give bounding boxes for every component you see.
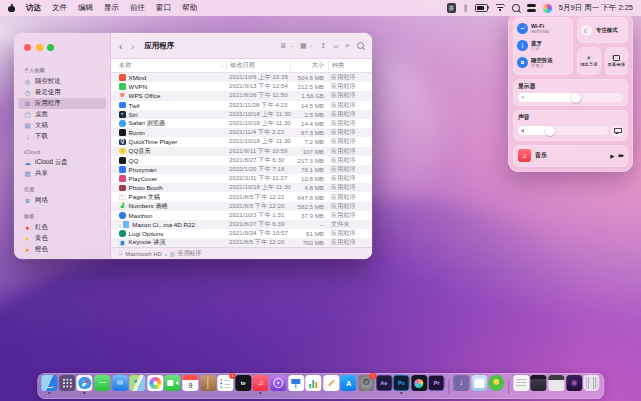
column-header-kind[interactable]: 种类 — [328, 61, 372, 70]
fast-forward-icon[interactable]: ▶▶ — [618, 153, 623, 158]
sidebar-item-tag[interactable]: ●黄色 — [18, 233, 106, 244]
list-view-icon[interactable]: ≣ — [280, 42, 286, 49]
sidebar-item-airdrop[interactable]: ◎隔空投送 — [18, 76, 106, 87]
dock-item-photos[interactable] — [147, 375, 163, 391]
menu-7[interactable]: 帮助 — [182, 3, 197, 13]
airdrop-toggle[interactable]: 隔空投送所有人 — [517, 57, 569, 68]
bluetooth-toggle[interactable]: ᛒ 蓝牙打开 — [517, 40, 569, 51]
screen-mirroring-button[interactable]: 屏幕镜像 — [605, 47, 629, 75]
view-chevron-icon[interactable]: ⌄ — [289, 43, 293, 48]
dock-item-minimized-window-dark[interactable] — [531, 375, 547, 391]
table-row[interactable]: Logi Options2021/9/24 下午 10:5761 MB应用程序 — [111, 229, 372, 238]
dock-item-pages[interactable] — [323, 375, 339, 391]
sidebar-item-tag[interactable]: ●红色 — [18, 222, 106, 233]
table-row[interactable]: ♪QQ音乐2021/9/11 下午 10:59107 MB应用程序 — [111, 147, 372, 156]
table-row[interactable]: QQuickTime Player2021/10/18 上午 11:307.2 … — [111, 137, 372, 146]
dock-item-minimized-window-purple[interactable] — [566, 375, 582, 391]
table-row[interactable]: WWPS Office2021/8/26 下午 11:501.56 GB应用程序 — [111, 91, 372, 100]
dock-item-contacts[interactable] — [200, 375, 216, 391]
column-header-size[interactable]: 大小 — [290, 61, 328, 70]
display-slider-knob[interactable] — [571, 93, 581, 103]
forward-button[interactable]: › — [131, 41, 135, 51]
volume-slider-knob[interactable] — [545, 126, 555, 136]
table-row[interactable]: Ronin2021/11/4 下午 2:2387.3 MB应用程序 — [111, 128, 372, 137]
table-row[interactable]: ▆Keynote 讲演2021/8/5 下午 12:20700 MB应用程序 — [111, 238, 372, 247]
keyboard-brightness-button[interactable]: ☀ 键盘亮度 — [577, 47, 601, 75]
path-crumb-current[interactable]: 应用程序 — [178, 249, 201, 258]
dock-item-settings[interactable]: 1 — [358, 375, 374, 391]
focus-mode-toggle[interactable]: ☾ 专注模式 — [577, 17, 628, 43]
table-row[interactable]: Photo Booth2021/10/18 上午 11:304.8 MB应用程序 — [111, 183, 372, 192]
dock-item-minimized-window-light[interactable] — [548, 375, 564, 391]
sidebar-item-applications[interactable]: ⊞应用程序 — [18, 98, 106, 109]
dock-item-maps[interactable] — [130, 375, 146, 391]
control-center-icon[interactable] — [527, 4, 536, 12]
sidebar-item-downloads[interactable]: ↓下载 — [18, 131, 106, 142]
dock-item-reminders[interactable]: 1 — [218, 375, 234, 391]
more-icon[interactable]: » — [346, 42, 350, 49]
search-icon[interactable] — [357, 42, 365, 50]
path-crumb-root[interactable]: Macintosh HD — [125, 251, 161, 257]
table-row[interactable]: WVPN2021/9/13 下午 12:54212.5 MB应用程序 — [111, 82, 372, 91]
table-row[interactable]: PlayCover2022/3/31 下午 11:2710.8 MB应用程序 — [111, 174, 372, 183]
airplay-audio-button[interactable] — [611, 125, 623, 137]
sidebar-item-desktop[interactable]: ▢桌面 — [18, 109, 106, 120]
menu-2[interactable]: 文件 — [52, 3, 67, 13]
table-row[interactable]: ✎Pages 文稿2021/8/5 下午 12:21647.8 MB应用程序 — [111, 192, 372, 201]
dock-item-window-stack[interactable] — [471, 375, 487, 391]
dock-item-calendar[interactable]: 9 — [182, 375, 198, 391]
menu-3[interactable]: 编辑 — [78, 3, 93, 13]
dock-item-finder[interactable] — [42, 375, 58, 391]
table-row[interactable]: Safari 浏览器2021/10/18 上午 11:3014.4 MB应用程序 — [111, 119, 372, 128]
table-row[interactable]: Twif2021/11/28 下午 4:2314.5 MB应用程序 — [111, 101, 372, 110]
table-row[interactable]: ▟Numbers 表格2021/8/5 下午 12:20582.5 MB应用程序 — [111, 202, 372, 211]
sidebar-item-shared[interactable]: ▧共享 — [18, 168, 106, 179]
dock-item-after-effects[interactable]: Ae — [376, 375, 392, 391]
dock-item-doc-file[interactable] — [513, 375, 529, 391]
dock-item-safari[interactable] — [77, 375, 93, 391]
search-icon[interactable] — [512, 4, 520, 12]
siri-icon[interactable] — [543, 4, 552, 13]
volume-slider[interactable] — [518, 126, 608, 135]
dock-item-premiere[interactable]: Pr — [429, 375, 445, 391]
dock-item-numbers[interactable] — [306, 375, 322, 391]
table-row[interactable]: Maxthon2021/10/3 下午 1:3137.9 MB应用程序 — [111, 211, 372, 220]
table-row[interactable]: QQ2021/8/27 下午 6:30217.3 MB应用程序 — [111, 156, 372, 165]
dock-item-facetime[interactable] — [165, 375, 181, 391]
table-row[interactable]: Proxyman2022/1/20 下午 7:1878.1 MB应用程序 — [111, 165, 372, 174]
menu-bar-clock[interactable]: 5月9日 周一 下午 2:25 — [559, 3, 633, 13]
dock-item-launchpad[interactable] — [59, 375, 75, 391]
menu-5[interactable]: 前往 — [130, 3, 145, 13]
table-row[interactable]: ›Maxon Ci...ma 4D R222021/8/27 下午 6:39--… — [111, 220, 372, 229]
sidebar-item-network[interactable]: ⊕网络 — [18, 195, 106, 206]
dock-item-music[interactable] — [253, 375, 269, 391]
dock-item-appletv[interactable]: tv — [235, 375, 251, 391]
table-row[interactable]: XMind2021/10/6 上午 10:35504.6 MB应用程序 — [111, 73, 372, 82]
minimize-button[interactable] — [36, 44, 43, 51]
dock-item-podcasts[interactable] — [270, 375, 286, 391]
dock-item-messages[interactable] — [94, 375, 110, 391]
dock-item-appstore[interactable]: A — [341, 375, 357, 391]
group-view-icon[interactable]: ▦ — [300, 42, 307, 49]
play-icon[interactable]: ▶ — [610, 153, 614, 159]
menu-4[interactable]: 显示 — [104, 3, 119, 13]
dock-item-keynote[interactable] — [288, 375, 304, 391]
wifi-icon[interactable] — [495, 4, 505, 12]
sidebar-item-tag[interactable]: ●橙色 — [18, 244, 106, 255]
table-row[interactable]: ●Siri2021/10/18 上午 11:302.5 MB应用程序 — [111, 110, 372, 119]
disclosure-icon[interactable]: › — [119, 222, 121, 228]
sidebar-item-recents[interactable]: ◷最近使用 — [18, 87, 106, 98]
column-header-name[interactable]: 名称⌄ — [111, 61, 226, 70]
back-button[interactable]: ‹ — [119, 41, 123, 51]
sidebar-item-icloud[interactable]: ☁iCloud 云盘 — [18, 157, 106, 168]
dock-item-mail[interactable] — [112, 375, 128, 391]
dock-item-downloads-folder[interactable] — [453, 375, 469, 391]
wifi-toggle[interactable]: Wi-Fitechmiao — [517, 23, 569, 34]
dock-item-photoshop[interactable]: Ps — [393, 375, 409, 391]
sidebar-item-documents[interactable]: ▤文稿 — [18, 120, 106, 131]
battery-icon[interactable] — [475, 4, 488, 12]
dock-item-davinci-resolve[interactable] — [411, 375, 427, 391]
apple-menu-icon[interactable] — [8, 4, 15, 12]
zoom-button[interactable] — [47, 44, 54, 51]
group-chevron-icon[interactable]: ⌄ — [310, 43, 314, 48]
